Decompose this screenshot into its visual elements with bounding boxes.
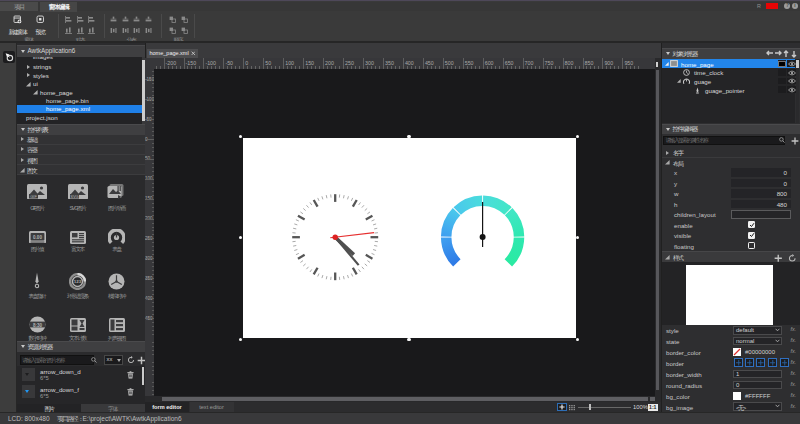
svg-text:GIF: GIF: [30, 194, 37, 199]
svg-text:123: 123: [74, 279, 82, 284]
svg-text:SVG: SVG: [70, 194, 78, 199]
svg-text:8:30: 8:30: [32, 323, 42, 328]
svg-text:0.00: 0.00: [33, 235, 42, 240]
